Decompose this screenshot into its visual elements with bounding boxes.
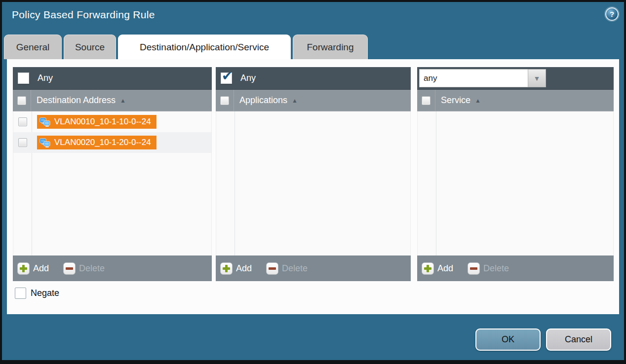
tab-forwarding[interactable]: Forwarding xyxy=(293,35,368,59)
service-header-label: Service xyxy=(441,95,470,106)
destination-any-bar: Any xyxy=(13,67,212,90)
sort-asc-icon: ▲ xyxy=(120,97,126,104)
chevron-down-icon: ▼ xyxy=(534,74,541,82)
tab-destination-application-service[interactable]: Destination/Application/Service xyxy=(118,35,291,59)
destination-any-label: Any xyxy=(38,73,53,83)
service-dropdown[interactable]: any ▼ xyxy=(419,69,546,87)
applications-add-button[interactable]: Add xyxy=(220,262,252,275)
applications-any-label: Any xyxy=(240,73,256,83)
row-checkbox[interactable] xyxy=(18,138,27,147)
minus-icon xyxy=(63,262,76,275)
destination-add-button[interactable]: Add xyxy=(17,262,49,275)
network-address-icon xyxy=(39,117,51,127)
tab-general[interactable]: General xyxy=(4,35,62,59)
destination-column-header: Destination Address ▲ xyxy=(13,90,212,111)
destination-any-checkbox[interactable] xyxy=(18,73,29,84)
service-add-button[interactable]: Add xyxy=(422,262,453,275)
add-button-label: Add xyxy=(437,263,453,274)
negate-label: Negate xyxy=(31,288,59,298)
address-object-chip[interactable]: VLAN0010_10-1-10-0--24 xyxy=(37,115,156,129)
applications-sort-header[interactable]: Applications ▲ xyxy=(239,90,298,111)
service-dropdown-value[interactable]: any xyxy=(419,69,528,87)
service-selector-bar: any ▼ xyxy=(417,67,614,90)
tab-source[interactable]: Source xyxy=(64,35,116,59)
applications-delete-button[interactable]: Delete xyxy=(266,262,308,275)
applications-select-all-checkbox[interactable] xyxy=(220,96,229,105)
applications-column-header: Applications ▲ xyxy=(216,90,411,111)
service-footer: Add Delete xyxy=(417,255,614,281)
add-button-label: Add xyxy=(33,263,49,274)
delete-button-label: Delete xyxy=(79,263,105,274)
destination-footer: Add Delete xyxy=(13,255,212,281)
applications-any-checkbox[interactable] xyxy=(221,73,232,84)
applications-list xyxy=(216,111,411,255)
window-bottom-border xyxy=(0,360,626,364)
destination-address-list: VLAN0010_10-1-10-0--24VLAN0020_10-1-20-0… xyxy=(13,111,212,255)
applications-any-bar: Any xyxy=(216,67,411,90)
address-object-label: VLAN0010_10-1-10-0--24 xyxy=(54,117,151,127)
delete-button-label: Delete xyxy=(282,263,308,274)
destination-address-sort-header[interactable]: Destination Address ▲ xyxy=(37,90,126,111)
help-icon[interactable]: ? xyxy=(605,7,619,21)
row-checkbox[interactable] xyxy=(18,117,27,126)
sort-asc-icon: ▲ xyxy=(292,97,298,104)
dialog-title: Policy Based Forwarding Rule xyxy=(12,9,155,21)
address-object-chip[interactable]: VLAN0020_10-1-20-0--24 xyxy=(37,136,156,149)
service-delete-button[interactable]: Delete xyxy=(468,262,509,275)
service-list xyxy=(417,111,614,255)
address-object-label: VLAN0020_10-1-20-0--24 xyxy=(54,138,151,147)
service-sort-header[interactable]: Service ▲ xyxy=(441,90,481,111)
destination-delete-button[interactable]: Delete xyxy=(63,262,105,275)
sort-asc-icon: ▲ xyxy=(475,97,481,104)
negate-checkbox[interactable] xyxy=(15,288,26,299)
service-column: any ▼ Service ▲ Add xyxy=(417,67,614,281)
destination-select-all-checkbox[interactable] xyxy=(17,96,26,105)
ok-button[interactable]: OK xyxy=(475,328,541,351)
plus-icon xyxy=(220,262,233,275)
applications-header-label: Applications xyxy=(239,95,287,106)
negate-option: Negate xyxy=(15,288,59,299)
network-address-icon xyxy=(39,138,51,147)
applications-column: Any Applications ▲ Add Delete xyxy=(216,67,411,281)
plus-icon xyxy=(422,262,434,275)
cancel-button[interactable]: Cancel xyxy=(546,328,611,351)
destination-address-column: Any Destination Address ▲ VLAN0010_10-1-… xyxy=(13,67,212,281)
list-item[interactable]: VLAN0010_10-1-10-0--24 xyxy=(13,111,211,132)
service-dropdown-button[interactable]: ▼ xyxy=(528,69,546,87)
service-select-all-checkbox[interactable] xyxy=(422,96,430,105)
minus-icon xyxy=(266,262,278,275)
policy-forwarding-dialog: Policy Based Forwarding Rule ? General S… xyxy=(0,0,626,364)
tab-bar: General Source Destination/Application/S… xyxy=(4,35,368,59)
applications-footer: Add Delete xyxy=(216,255,411,281)
add-button-label: Add xyxy=(236,263,252,274)
plus-icon xyxy=(17,262,30,275)
minus-icon xyxy=(468,262,480,275)
service-column-header: Service ▲ xyxy=(417,90,614,111)
tab-content-panel: Any Destination Address ▲ VLAN0010_10-1-… xyxy=(7,59,619,314)
delete-button-label: Delete xyxy=(483,263,509,274)
list-item[interactable]: VLAN0020_10-1-20-0--24 xyxy=(13,132,211,153)
destination-address-header-label: Destination Address xyxy=(37,95,116,106)
